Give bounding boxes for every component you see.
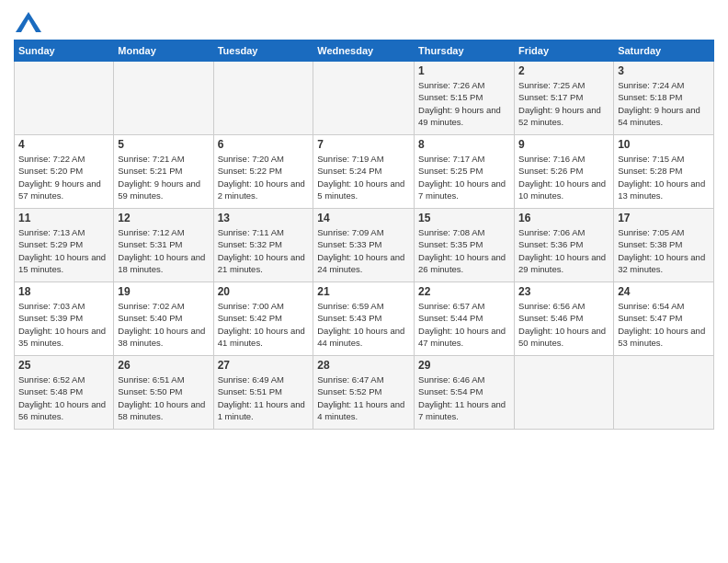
day-info: Sunrise: 6:59 AM Sunset: 5:43 PM Dayligh… — [317, 300, 410, 349]
calendar-day-cell: 3Sunrise: 7:24 AM Sunset: 5:18 PM Daylig… — [614, 62, 714, 135]
calendar-day-cell: 20Sunrise: 7:00 AM Sunset: 5:42 PM Dayli… — [213, 282, 313, 356]
day-info: Sunrise: 7:25 AM Sunset: 5:17 PM Dayligh… — [518, 79, 609, 128]
day-info: Sunrise: 7:22 AM Sunset: 5:20 PM Dayligh… — [18, 153, 109, 201]
day-info: Sunrise: 7:24 AM Sunset: 5:18 PM Dayligh… — [618, 79, 710, 128]
day-number: 21 — [317, 285, 410, 298]
calendar-day-cell: 4Sunrise: 7:22 AM Sunset: 5:20 PM Daylig… — [15, 135, 114, 209]
weekday-header-cell: Friday — [515, 40, 614, 62]
day-number: 2 — [518, 64, 609, 77]
day-number: 28 — [317, 359, 410, 372]
day-info: Sunrise: 7:03 AM Sunset: 5:39 PM Dayligh… — [18, 300, 109, 349]
day-info: Sunrise: 7:02 AM Sunset: 5:40 PM Dayligh… — [118, 300, 209, 349]
day-number: 24 — [618, 285, 710, 298]
calendar-week-row: 1Sunrise: 7:26 AM Sunset: 5:15 PM Daylig… — [15, 62, 714, 135]
day-number: 29 — [418, 359, 510, 372]
weekday-header-cell: Thursday — [415, 40, 515, 62]
day-number: 20 — [218, 285, 310, 298]
calendar-day-cell: 13Sunrise: 7:11 AM Sunset: 5:32 PM Dayli… — [213, 209, 313, 282]
day-number: 14 — [317, 212, 410, 224]
day-number: 19 — [118, 285, 209, 298]
day-info: Sunrise: 7:21 AM Sunset: 5:21 PM Dayligh… — [118, 153, 209, 201]
calendar-day-cell: 6Sunrise: 7:20 AM Sunset: 5:22 PM Daylig… — [213, 135, 313, 209]
calendar-week-row: 4Sunrise: 7:22 AM Sunset: 5:20 PM Daylig… — [15, 135, 714, 209]
day-number: 25 — [18, 359, 109, 372]
calendar-day-cell: 15Sunrise: 7:08 AM Sunset: 5:35 PM Dayli… — [415, 209, 515, 282]
day-number: 3 — [618, 64, 710, 77]
day-info: Sunrise: 7:26 AM Sunset: 5:15 PM Dayligh… — [418, 79, 510, 128]
day-number: 4 — [18, 138, 109, 151]
day-info: Sunrise: 7:05 AM Sunset: 5:38 PM Dayligh… — [618, 226, 710, 275]
day-info: Sunrise: 6:52 AM Sunset: 5:48 PM Dayligh… — [18, 373, 109, 422]
calendar-day-cell: 16Sunrise: 7:06 AM Sunset: 5:36 PM Dayli… — [515, 209, 614, 282]
calendar-day-cell: 24Sunrise: 6:54 AM Sunset: 5:47 PM Dayli… — [614, 282, 714, 356]
day-info: Sunrise: 6:49 AM Sunset: 5:51 PM Dayligh… — [218, 373, 310, 422]
calendar-day-cell: 9Sunrise: 7:16 AM Sunset: 5:26 PM Daylig… — [515, 135, 614, 209]
calendar-day-cell: 7Sunrise: 7:19 AM Sunset: 5:24 PM Daylig… — [313, 135, 415, 209]
calendar-week-row: 18Sunrise: 7:03 AM Sunset: 5:39 PM Dayli… — [15, 282, 714, 356]
weekday-header-cell: Monday — [114, 40, 213, 62]
day-info: Sunrise: 7:00 AM Sunset: 5:42 PM Dayligh… — [218, 300, 310, 349]
calendar-day-cell: 28Sunrise: 6:47 AM Sunset: 5:52 PM Dayli… — [313, 356, 415, 430]
weekday-header-cell: Wednesday — [313, 40, 415, 62]
logo-icon — [16, 12, 41, 32]
day-number: 22 — [418, 285, 510, 298]
calendar-body: 1Sunrise: 7:26 AM Sunset: 5:15 PM Daylig… — [15, 62, 714, 430]
calendar-day-cell — [614, 356, 714, 430]
calendar-day-cell: 21Sunrise: 6:59 AM Sunset: 5:43 PM Dayli… — [313, 282, 415, 356]
day-number: 7 — [317, 138, 410, 151]
calendar-day-cell: 22Sunrise: 6:57 AM Sunset: 5:44 PM Dayli… — [415, 282, 515, 356]
calendar-table: SundayMondayTuesdayWednesdayThursdayFrid… — [14, 40, 714, 430]
day-info: Sunrise: 6:54 AM Sunset: 5:47 PM Dayligh… — [618, 300, 710, 349]
weekday-header-cell: Tuesday — [213, 40, 313, 62]
calendar-day-cell — [15, 62, 114, 135]
day-info: Sunrise: 6:57 AM Sunset: 5:44 PM Dayligh… — [418, 300, 510, 349]
calendar-day-cell — [213, 62, 313, 135]
calendar-day-cell: 25Sunrise: 6:52 AM Sunset: 5:48 PM Dayli… — [15, 356, 114, 430]
header — [14, 9, 714, 32]
calendar-day-cell: 29Sunrise: 6:46 AM Sunset: 5:54 PM Dayli… — [415, 356, 515, 430]
day-number: 18 — [18, 285, 109, 298]
weekday-header-row: SundayMondayTuesdayWednesdayThursdayFrid… — [15, 40, 714, 62]
day-info: Sunrise: 6:46 AM Sunset: 5:54 PM Dayligh… — [418, 373, 510, 422]
calendar-day-cell: 11Sunrise: 7:13 AM Sunset: 5:29 PM Dayli… — [15, 209, 114, 282]
day-number: 27 — [218, 359, 310, 372]
day-number: 9 — [518, 138, 609, 151]
day-number: 26 — [118, 359, 209, 372]
day-info: Sunrise: 6:47 AM Sunset: 5:52 PM Dayligh… — [317, 373, 410, 422]
calendar-day-cell: 1Sunrise: 7:26 AM Sunset: 5:15 PM Daylig… — [415, 62, 515, 135]
logo — [14, 14, 41, 32]
weekday-header-cell: Saturday — [614, 40, 714, 62]
day-number: 5 — [118, 138, 209, 151]
calendar-week-row: 25Sunrise: 6:52 AM Sunset: 5:48 PM Dayli… — [15, 356, 714, 430]
calendar-day-cell — [515, 356, 614, 430]
day-info: Sunrise: 7:06 AM Sunset: 5:36 PM Dayligh… — [518, 226, 609, 275]
day-number: 12 — [118, 212, 209, 224]
day-info: Sunrise: 7:15 AM Sunset: 5:28 PM Dayligh… — [618, 153, 710, 201]
day-number: 15 — [418, 212, 510, 224]
day-info: Sunrise: 7:11 AM Sunset: 5:32 PM Dayligh… — [218, 226, 310, 275]
day-info: Sunrise: 7:12 AM Sunset: 5:31 PM Dayligh… — [118, 226, 209, 275]
day-number: 1 — [418, 64, 510, 77]
day-info: Sunrise: 6:56 AM Sunset: 5:46 PM Dayligh… — [518, 300, 609, 349]
day-number: 8 — [418, 138, 510, 151]
calendar-day-cell: 19Sunrise: 7:02 AM Sunset: 5:40 PM Dayli… — [114, 282, 213, 356]
calendar-day-cell: 5Sunrise: 7:21 AM Sunset: 5:21 PM Daylig… — [114, 135, 213, 209]
weekday-header-cell: Sunday — [15, 40, 114, 62]
calendar-day-cell: 18Sunrise: 7:03 AM Sunset: 5:39 PM Dayli… — [15, 282, 114, 356]
calendar-day-cell: 14Sunrise: 7:09 AM Sunset: 5:33 PM Dayli… — [313, 209, 415, 282]
day-number: 11 — [18, 212, 109, 224]
calendar-day-cell: 27Sunrise: 6:49 AM Sunset: 5:51 PM Dayli… — [213, 356, 313, 430]
calendar-day-cell: 10Sunrise: 7:15 AM Sunset: 5:28 PM Dayli… — [614, 135, 714, 209]
day-info: Sunrise: 7:08 AM Sunset: 5:35 PM Dayligh… — [418, 226, 510, 275]
day-info: Sunrise: 7:17 AM Sunset: 5:25 PM Dayligh… — [418, 153, 510, 201]
day-info: Sunrise: 7:20 AM Sunset: 5:22 PM Dayligh… — [218, 153, 310, 201]
day-number: 17 — [618, 212, 710, 224]
day-info: Sunrise: 6:51 AM Sunset: 5:50 PM Dayligh… — [118, 373, 209, 422]
day-info: Sunrise: 7:16 AM Sunset: 5:26 PM Dayligh… — [518, 153, 609, 201]
calendar-day-cell: 17Sunrise: 7:05 AM Sunset: 5:38 PM Dayli… — [614, 209, 714, 282]
calendar-day-cell: 26Sunrise: 6:51 AM Sunset: 5:50 PM Dayli… — [114, 356, 213, 430]
day-number: 6 — [218, 138, 310, 151]
calendar-day-cell: 12Sunrise: 7:12 AM Sunset: 5:31 PM Dayli… — [114, 209, 213, 282]
day-number: 16 — [518, 212, 609, 224]
day-info: Sunrise: 7:19 AM Sunset: 5:24 PM Dayligh… — [317, 153, 410, 201]
